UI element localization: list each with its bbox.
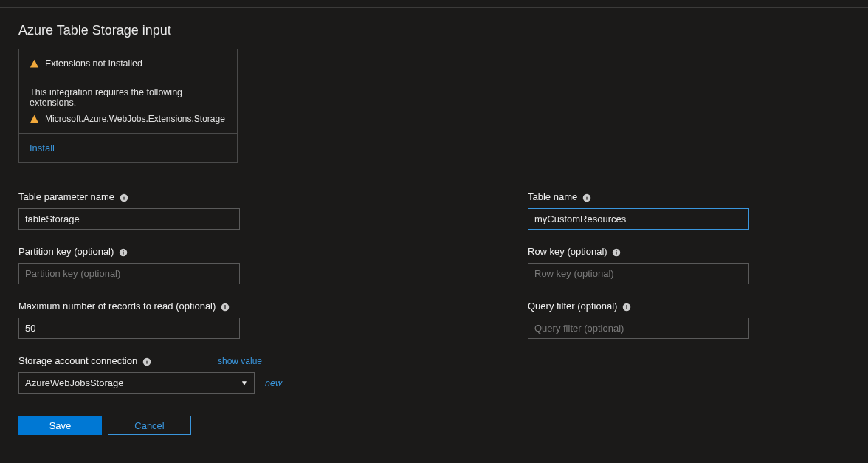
- svg-rect-5: [123, 250, 123, 251]
- info-icon[interactable]: [612, 248, 621, 257]
- warning-icon: [30, 114, 39, 124]
- notice-body: This integration requires the following …: [19, 78, 237, 134]
- notice-header: Extensions not Installed: [19, 49, 237, 78]
- row-key-input[interactable]: [528, 263, 749, 284]
- max-records-input[interactable]: [18, 318, 240, 339]
- table-parameter-name-input[interactable]: [18, 208, 240, 230]
- svg-rect-13: [586, 196, 587, 199]
- svg-rect-17: [616, 250, 617, 251]
- svg-rect-20: [626, 305, 627, 306]
- page-title: Azure Table Storage input: [18, 23, 850, 38]
- svg-rect-14: [586, 196, 587, 196]
- field-row-key: Row key (optional): [528, 246, 850, 284]
- svg-rect-11: [146, 360, 147, 360]
- label-max-records: Maximum number of records to read (optio…: [18, 301, 284, 312]
- label-partition-key: Partition key (optional): [18, 246, 284, 257]
- info-icon[interactable]: [221, 303, 230, 312]
- svg-rect-4: [123, 251, 123, 254]
- new-connection-link[interactable]: new: [265, 378, 282, 388]
- cancel-button[interactable]: Cancel: [108, 416, 191, 435]
- notice-footer: Install: [19, 134, 237, 162]
- notice-header-text: Extensions not Installed: [45, 58, 142, 69]
- info-icon[interactable]: [582, 193, 591, 202]
- info-icon[interactable]: [622, 303, 631, 312]
- chevron-down-icon: ▼: [241, 379, 248, 387]
- label-query-filter: Query filter (optional): [528, 301, 850, 312]
- svg-rect-1: [123, 196, 124, 199]
- info-icon[interactable]: [120, 193, 128, 202]
- extensions-notice: Extensions not Installed This integratio…: [18, 49, 238, 163]
- install-link[interactable]: Install: [30, 143, 55, 154]
- save-button[interactable]: Save: [18, 416, 102, 435]
- storage-connection-select[interactable]: AzureWebJobsStorage ▼: [18, 372, 255, 394]
- svg-rect-19: [626, 306, 627, 309]
- label-storage-connection: Storage account connection: [18, 355, 151, 366]
- table-name-input[interactable]: [528, 208, 749, 230]
- label-table-name: Table name: [528, 191, 850, 202]
- svg-rect-7: [224, 306, 225, 309]
- info-icon[interactable]: [142, 357, 151, 366]
- field-query-filter: Query filter (optional): [528, 301, 850, 339]
- query-filter-input[interactable]: [528, 318, 749, 339]
- show-value-link[interactable]: show value: [218, 356, 262, 366]
- label-table-parameter-name: Table parameter name: [18, 191, 284, 202]
- extension-line: Microsoft.Azure.WebJobs.Extensions.Stora…: [30, 114, 227, 124]
- warning-icon: [30, 59, 39, 69]
- field-partition-key: Partition key (optional): [18, 246, 284, 284]
- svg-rect-8: [224, 305, 225, 306]
- svg-rect-10: [146, 360, 147, 363]
- top-divider: [0, 7, 868, 8]
- field-table-name: Table name: [528, 191, 850, 230]
- field-max-records: Maximum number of records to read (optio…: [18, 301, 284, 339]
- storage-connection-selected: AzureWebJobsStorage: [25, 377, 123, 388]
- field-table-parameter-name: Table parameter name: [18, 191, 284, 230]
- svg-rect-2: [123, 196, 124, 196]
- partition-key-input[interactable]: [18, 263, 240, 284]
- extension-name: Microsoft.Azure.WebJobs.Extensions.Stora…: [45, 114, 225, 124]
- field-storage-connection: Storage account connection show value Az…: [18, 355, 284, 394]
- notice-body-text: This integration requires the following …: [30, 87, 227, 108]
- label-row-key: Row key (optional): [528, 246, 850, 257]
- svg-rect-16: [616, 251, 617, 254]
- info-icon[interactable]: [119, 248, 128, 257]
